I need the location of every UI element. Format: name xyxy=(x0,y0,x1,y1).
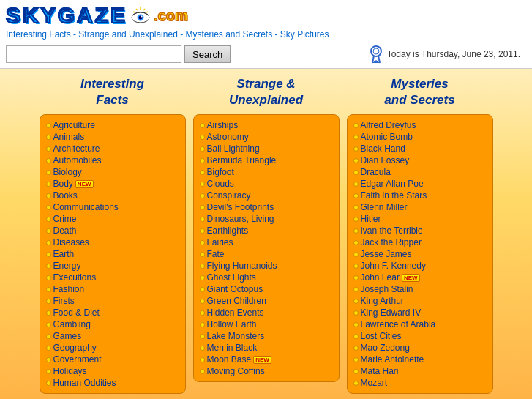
list-link[interactable]: Fate xyxy=(207,249,225,259)
list-link[interactable]: Dinosaurs, Living xyxy=(207,214,274,224)
bullet-icon xyxy=(46,240,51,245)
list-link[interactable]: Jesse James xyxy=(361,249,412,259)
list-item: Marie Antoinette xyxy=(353,354,487,365)
list-link[interactable]: Conspiracy xyxy=(207,190,251,201)
list-link[interactable]: Hidden Events xyxy=(207,307,264,318)
list-link[interactable]: Moon Base xyxy=(207,354,252,365)
column-box-mysteries-secrets: Alfred DreyfusAtomic BombBlack HandDian … xyxy=(347,114,493,394)
list-link[interactable]: Books xyxy=(53,190,78,201)
list-link[interactable]: Games xyxy=(53,331,82,341)
list-link[interactable]: Joseph Stalin xyxy=(361,284,413,294)
bullet-icon xyxy=(353,369,359,374)
list-item: Dinosaurs, Living xyxy=(200,213,333,225)
list-link[interactable]: Jack the Ripper xyxy=(361,237,422,247)
list-link[interactable]: King Arthur xyxy=(361,296,404,306)
list-link[interactable]: Biology xyxy=(53,167,82,177)
list-link[interactable]: Architecture xyxy=(53,143,100,154)
list-link[interactable]: Firsts xyxy=(53,296,75,306)
list-item: Human Oddities xyxy=(46,377,179,389)
list-link[interactable]: John Lear xyxy=(361,272,400,283)
list-link[interactable]: Communications xyxy=(53,202,119,212)
bullet-icon xyxy=(353,135,359,140)
search-button[interactable]: Search xyxy=(184,45,231,63)
bullet-icon xyxy=(46,310,51,316)
list-link[interactable]: Astronomy xyxy=(207,132,249,142)
list-link[interactable]: Animals xyxy=(53,132,85,142)
list-item: Green Children xyxy=(200,295,333,307)
list-link[interactable]: Marie Antoinette xyxy=(361,354,424,365)
svg-line-3 xyxy=(136,9,138,10)
list-link[interactable]: Mao Zedong xyxy=(361,343,410,353)
bullet-icon xyxy=(46,346,51,351)
list-item: King Edward IV xyxy=(353,307,487,318)
list-link[interactable]: Edgar Allan Poe xyxy=(361,179,424,189)
bullet-icon xyxy=(46,299,51,304)
list-link[interactable]: Ball Lightning xyxy=(207,143,260,154)
list-link[interactable]: Earthlights xyxy=(207,225,249,236)
list-link[interactable]: Food & Diet xyxy=(53,307,100,318)
list-link[interactable]: Airships xyxy=(207,120,239,130)
list-link[interactable]: Fairies xyxy=(207,237,233,247)
bullet-icon xyxy=(353,182,359,187)
list-link[interactable]: Lake Monsters xyxy=(207,331,265,341)
list-link[interactable]: Atomic Bomb xyxy=(361,132,413,142)
list-link[interactable]: Lost Cities xyxy=(361,331,402,341)
list-link[interactable]: Bigfoot xyxy=(207,167,234,177)
list-link[interactable]: Fashion xyxy=(53,284,85,294)
nav-links[interactable]: Interesting Facts - Strange and Unexplai… xyxy=(6,28,526,42)
bullet-icon xyxy=(200,264,205,269)
list-link[interactable]: Ivan the Terrible xyxy=(361,225,423,236)
list-link[interactable]: Human Oddities xyxy=(53,378,116,388)
list-link[interactable]: Diseases xyxy=(53,237,89,247)
list-link[interactable]: Bermuda Triangle xyxy=(207,155,277,165)
list-link[interactable]: Body xyxy=(53,179,73,189)
list-link[interactable]: Faith in the Stars xyxy=(361,190,427,201)
bullet-icon xyxy=(200,275,205,280)
bullet-icon xyxy=(46,357,51,362)
list-link[interactable]: Gambling xyxy=(53,319,91,329)
list-link[interactable]: Government xyxy=(53,354,102,365)
list-link[interactable]: Geography xyxy=(53,343,97,353)
main-content: InterestingFactsAgricultureAnimalsArchit… xyxy=(0,69,532,399)
bullet-icon xyxy=(353,287,359,292)
list-link[interactable]: Green Children xyxy=(207,296,266,306)
list-link[interactable]: Mozart xyxy=(361,378,388,388)
bullet-icon xyxy=(200,193,205,198)
list-link[interactable]: Crime xyxy=(53,214,77,224)
list-link[interactable]: John F. Kennedy xyxy=(361,261,426,271)
list-link[interactable]: Holidays xyxy=(53,366,87,376)
list-link[interactable]: Devil's Footprints xyxy=(207,202,274,212)
list-link[interactable]: Death xyxy=(53,225,77,236)
search-left: Search xyxy=(6,45,231,63)
list-item: Lost Cities xyxy=(353,330,487,342)
list-link[interactable]: Men in Black xyxy=(207,343,258,353)
list-item: Fairies xyxy=(200,236,333,248)
svg-line-1 xyxy=(143,9,145,10)
list-link[interactable]: Alfred Dreyfus xyxy=(361,120,416,130)
list-link[interactable]: Executions xyxy=(53,272,97,283)
list-link[interactable]: Glenn Miller xyxy=(361,202,408,212)
bullet-icon xyxy=(353,346,359,351)
list-link[interactable]: Dian Fossey xyxy=(361,155,410,165)
list-link[interactable]: Giant Octopus xyxy=(207,284,263,294)
list-link[interactable]: Ghost Lights xyxy=(207,272,256,283)
bullet-icon xyxy=(200,135,205,140)
bullet-icon xyxy=(200,205,205,210)
list-item: Books xyxy=(46,190,179,201)
list-link[interactable]: Hitler xyxy=(361,214,381,224)
list-link[interactable]: Lawrence of Arabia xyxy=(361,319,436,329)
list-link[interactable]: Flying Humanoids xyxy=(207,261,277,271)
list-link[interactable]: Earth xyxy=(53,249,75,259)
list-link[interactable]: Mata Hari xyxy=(361,366,399,376)
list-link[interactable]: Clouds xyxy=(207,179,234,189)
search-input[interactable] xyxy=(6,45,181,63)
list-link[interactable]: King Edward IV xyxy=(361,307,422,318)
list-link[interactable]: Energy xyxy=(53,261,81,271)
list-link[interactable]: Automobiles xyxy=(53,155,102,165)
list-link[interactable]: Hollow Earth xyxy=(207,319,257,329)
list-link[interactable]: Dracula xyxy=(361,167,391,177)
list-link[interactable]: Black Hand xyxy=(361,143,405,154)
list-link[interactable]: Moving Coffins xyxy=(207,366,265,376)
list-link[interactable]: Agriculture xyxy=(53,120,95,130)
bullet-icon xyxy=(353,217,359,222)
